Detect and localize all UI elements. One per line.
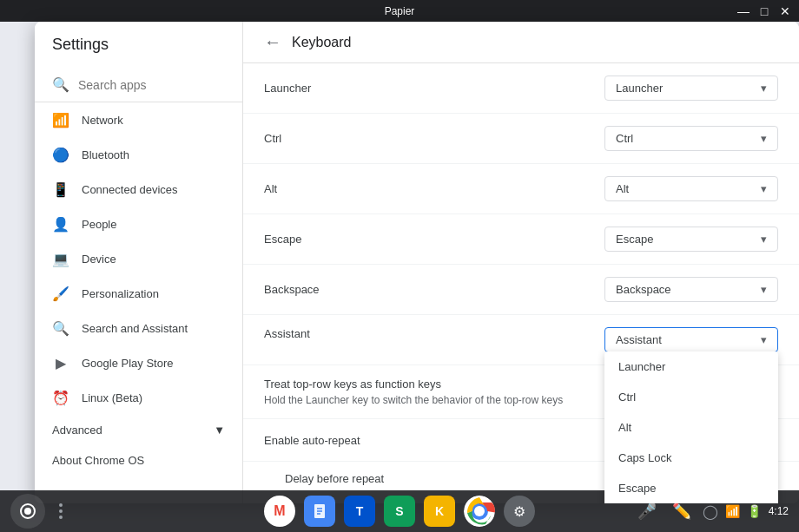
close-button[interactable]: ✕ [778, 4, 792, 18]
search-icon: 🔍 [52, 76, 69, 93]
sidebar-item-bluetooth[interactable]: 🔵 Bluetooth [35, 137, 242, 172]
dropdown-option-caps-lock[interactable]: Caps Lock [604, 443, 778, 473]
clock-icon: ⏰ [52, 389, 69, 406]
ctrl-label: Ctrl [264, 132, 281, 145]
taskbar-left [10, 494, 69, 529]
sidebar-item-people[interactable]: 👤 People [35, 207, 242, 241]
alt-value: Alt [616, 182, 629, 195]
chevron-down-icon: ▾ [761, 283, 767, 296]
sidebar-label-about: About Chrome OS [52, 454, 144, 467]
chevron-down-icon: ▾ [761, 182, 767, 195]
sidebar-item-linux[interactable]: ⏰ Linux (Beta) [35, 380, 242, 415]
taskbar-gmail[interactable]: M [262, 494, 297, 529]
sidebar-label-network: Network [82, 114, 123, 127]
dots-button[interactable] [52, 496, 69, 526]
launcher-value: Launcher [616, 82, 663, 95]
chevron-down-icon: ▾ [761, 82, 767, 95]
chevron-down-icon: ▾ [761, 132, 767, 145]
sidebar-item-search-assistant[interactable]: 🔍 Search and Assistant [35, 311, 242, 345]
sidebar-label-connected: Connected devices [82, 183, 178, 196]
person-icon: 👤 [52, 215, 69, 233]
search-bar: 🔍 [35, 68, 242, 102]
brush-icon: 🖌️ [52, 285, 69, 302]
launcher-button[interactable] [10, 494, 45, 529]
setting-row-backspace: Backspace Backspace ▾ [243, 265, 799, 315]
window-body: Settings 🔍 📶 Network 🔵 Bluetooth 📱 Conne… [35, 22, 799, 503]
backspace-select-box[interactable]: Backspace ▾ [604, 277, 778, 302]
sidebar-item-connected-devices[interactable]: 📱 Connected devices [35, 172, 242, 207]
backspace-select: Backspace ▾ [604, 277, 778, 302]
top-bar: Papier — □ ✕ [0, 0, 799, 22]
wifi-icon: 📶 [52, 111, 69, 128]
sidebar-item-advanced[interactable]: Advanced ▼ [35, 415, 242, 445]
taskbar-docs[interactable] [302, 494, 337, 529]
sidebar-label-advanced: Advanced [52, 424, 102, 437]
sidebar-label-play: Google Play Store [82, 357, 174, 370]
ctrl-value: Ctrl [616, 132, 633, 145]
taskbar-settings[interactable]: ⚙ [502, 494, 537, 529]
delay-label: Delay before repeat [285, 472, 384, 485]
dropdown-option-launcher[interactable]: Launcher [604, 351, 778, 382]
ctrl-select-box[interactable]: Ctrl ▾ [604, 126, 778, 151]
search-input[interactable] [78, 78, 225, 92]
taskbar-center: M T S K [262, 494, 537, 529]
setting-row-escape: Escape Escape ▾ [243, 214, 799, 265]
taskbar-chrome[interactable] [462, 494, 497, 529]
settings-list: Launcher Launcher ▾ Ctrl Ctrl ▾ [243, 63, 799, 503]
dropdown-option-escape[interactable]: Escape [604, 473, 778, 503]
assistant-select-box[interactable]: Assistant ▾ [604, 327, 778, 352]
docs-icon [304, 496, 335, 527]
back-button[interactable]: ← [264, 32, 281, 52]
sidebar-item-personalization[interactable]: 🖌️ Personalization [35, 276, 242, 311]
chevron-down-icon: ▼ [214, 424, 225, 437]
assistant-value: Assistant [616, 333, 662, 346]
launcher-select-box[interactable]: Launcher ▾ [604, 76, 778, 101]
backspace-value: Backspace [616, 283, 671, 296]
top-bar-title: Papier [385, 5, 415, 17]
taskbar-sheets[interactable]: S [382, 494, 417, 529]
content-header: ← Keyboard [243, 22, 799, 63]
wifi-status-icon: 📶 [725, 504, 740, 518]
chrome-icon [464, 496, 495, 527]
battery-icon: 🔋 [747, 504, 762, 518]
dropdown-option-alt[interactable]: Alt [604, 412, 778, 443]
alt-label: Alt [264, 182, 277, 195]
sidebar-label-search: Search and Assistant [82, 322, 188, 335]
dropdown-option-ctrl[interactable]: Ctrl [604, 382, 778, 412]
escape-value: Escape [616, 233, 653, 246]
assistant-tray-icon[interactable]: ◯ [703, 503, 718, 520]
assistant-dropdown: Launcher Ctrl Alt Caps Lock [604, 351, 778, 503]
escape-select-box[interactable]: Escape ▾ [604, 227, 778, 252]
sidebar-item-google-play[interactable]: ▶ Google Play Store [35, 345, 242, 380]
sidebar: Settings 🔍 📶 Network 🔵 Bluetooth 📱 Conne… [35, 22, 243, 503]
sidebar-label-bluetooth: Bluetooth [82, 148, 129, 161]
dot [59, 503, 63, 507]
taskbar-trello[interactable]: T [342, 494, 377, 529]
sidebar-label-people: People [82, 218, 116, 231]
svg-point-8 [474, 506, 485, 516]
page-title: Keyboard [292, 35, 352, 50]
settings-tray-icon: ⚙ [504, 496, 535, 527]
setting-row-launcher: Launcher Launcher ▾ [243, 63, 799, 114]
sidebar-item-device[interactable]: 💻 Device [35, 241, 242, 276]
sidebar-label-personalization: Personalization [82, 287, 159, 300]
escape-select: Escape ▾ [604, 227, 778, 252]
devices-icon: 📱 [52, 181, 69, 198]
dot [59, 509, 63, 513]
sidebar-item-network[interactable]: 📶 Network [35, 102, 242, 137]
taskbar-keep[interactable]: K [422, 494, 457, 529]
play-icon: ▶ [52, 354, 69, 371]
dot [59, 516, 63, 519]
sidebar-title: Settings [35, 22, 242, 68]
maximize-button[interactable]: □ [757, 4, 771, 18]
sheets-icon: S [384, 496, 415, 527]
assistant-label: Assistant [264, 327, 310, 340]
sidebar-item-about[interactable]: About Chrome OS [35, 445, 242, 476]
keep-icon: K [424, 496, 455, 527]
minimize-button[interactable]: — [736, 4, 750, 18]
launcher-label: Launcher [264, 82, 311, 95]
chevron-down-icon: ▾ [761, 233, 767, 246]
sidebar-label-linux: Linux (Beta) [82, 391, 142, 404]
backspace-label: Backspace [264, 283, 320, 296]
alt-select-box[interactable]: Alt ▾ [604, 176, 778, 201]
